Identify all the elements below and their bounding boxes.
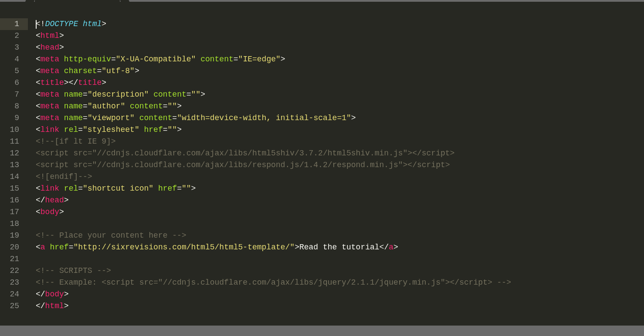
token-string: "" [191, 89, 201, 101]
code-line[interactable]: <script src="//cdnjs.cloudflare.com/ajax… [36, 159, 644, 171]
code-line[interactable]: <meta name="description" content=""> [36, 89, 644, 101]
code-line[interactable]: <meta http-equiv="X-UA-Compatible" conte… [36, 54, 644, 65]
token-punct: < [36, 89, 41, 101]
code-content[interactable]: <!DOCTYPE html><html><head><meta http-eq… [28, 14, 644, 326]
token-attrname: charset [64, 65, 97, 77]
token-tagname: meta [41, 89, 59, 101]
token-punct: < [36, 77, 41, 89]
code-line[interactable]: <link rel="shortcut icon" href=""> [36, 183, 644, 195]
token-punct: > [281, 54, 285, 65]
code-line[interactable]: <meta charset="utf-8"> [36, 65, 644, 77]
token-string: "IE=edge" [238, 54, 281, 65]
token-punct: = [78, 183, 83, 195]
line-number: 17 [0, 206, 28, 218]
token-comment: <!-- Place your content here --> [36, 230, 186, 242]
token-string: "viewport" [88, 112, 135, 124]
code-line[interactable]: <!-- Example: <script src="//cdnjs.cloud… [36, 277, 644, 289]
token-punct: > [295, 242, 299, 253]
code-line[interactable] [36, 253, 644, 265]
token-punct: = [69, 242, 74, 253]
token-string: "author" [88, 101, 125, 112]
code-line[interactable]: <!-- Place your content here --> [36, 230, 644, 242]
token-attrname: name [64, 89, 83, 101]
token-punct: < [36, 101, 41, 112]
token-punct: > [191, 183, 196, 195]
code-line[interactable]: <!DOCTYPE html> [36, 18, 644, 30]
line-number: 22 [0, 265, 28, 277]
token-punct: </ [36, 289, 45, 300]
code-line[interactable]: </body> [36, 289, 644, 300]
token-tagname: title [41, 77, 64, 89]
tab-file[interactable]: html5-template.html × [35, 0, 120, 2]
token-punct: < [36, 242, 41, 253]
token-string: "" [168, 124, 177, 136]
token-punct: > [64, 289, 69, 300]
token-punct [78, 18, 83, 30]
token-punct: > [102, 77, 106, 89]
token-attrname: rel [64, 183, 78, 195]
code-line[interactable]: <head> [36, 42, 644, 54]
token-string: "description" [88, 89, 149, 101]
token-punct: </ [36, 300, 45, 312]
token-string: "stylesheet" [83, 124, 139, 136]
token-tagname: html [41, 30, 59, 42]
code-line[interactable]: <!--[if lt IE 9]> [36, 136, 644, 148]
code-line[interactable]: <a href="http://sixrevisions.com/html5/h… [36, 242, 644, 253]
token-punct [45, 242, 50, 253]
line-number: 11 [0, 136, 28, 148]
token-punct [125, 101, 130, 112]
token-attrname: href [158, 183, 177, 195]
token-punct: = [97, 65, 102, 77]
line-number: 5 [0, 65, 28, 77]
token-attrname: http-equiv [64, 54, 111, 65]
token-comment: <!-- Example: <script src="//cdnjs.cloud… [36, 277, 511, 289]
token-attrname: name [64, 112, 83, 124]
token-string: "http://sixrevisions.com/html5/html5-tem… [73, 242, 295, 253]
token-tagname: meta [41, 54, 59, 65]
token-punct: = [78, 124, 83, 136]
code-line[interactable]: <html> [36, 30, 644, 42]
code-line[interactable]: <link rel="stylesheet" href=""> [36, 124, 644, 136]
token-punct: > [64, 300, 69, 312]
code-line[interactable]: <script src="//cdnjs.cloudflare.com/ajax… [36, 148, 644, 159]
token-punct: > [177, 124, 182, 136]
code-line[interactable]: <!-- SCRIPTS --> [36, 265, 644, 277]
line-number: 15 [0, 183, 28, 195]
token-punct: > [393, 242, 398, 253]
code-line[interactable]: </head> [36, 195, 644, 206]
token-punct: ></ [64, 77, 78, 89]
token-punct: > [59, 42, 64, 54]
token-punct [153, 183, 158, 195]
code-line[interactable]: <meta name="viewport" content="width=dev… [36, 112, 644, 124]
line-number: 19 [0, 230, 28, 242]
token-punct: = [234, 54, 238, 65]
token-comment: <!-- SCRIPTS --> [36, 265, 111, 277]
token-string: "" [182, 183, 191, 195]
token-tagname: meta [41, 112, 59, 124]
code-line[interactable]: <meta name="author" content=""> [36, 101, 644, 112]
token-doctype: html [83, 18, 102, 30]
token-tagname: link [41, 183, 59, 195]
token-comment: <script src="//cdnjs.cloudflare.com/ajax… [36, 148, 454, 159]
token-punct: > [135, 65, 139, 77]
line-number: 10 [0, 124, 28, 136]
code-line[interactable]: <body> [36, 206, 644, 218]
token-comment: <script src="//cdnjs.cloudflare.com/ajax… [36, 159, 450, 171]
editor-area[interactable]: 1234567891011121314151617181920212223242… [0, 14, 644, 326]
token-tagname: meta [41, 101, 59, 112]
token-comment: <!--[if lt IE 9]> [36, 136, 116, 148]
line-number: 6 [0, 77, 28, 89]
code-line[interactable] [36, 218, 644, 230]
token-tagname: head [45, 195, 64, 206]
token-punct [139, 124, 144, 136]
line-number: 20 [0, 242, 28, 253]
code-line[interactable]: <title></title> [36, 77, 644, 89]
code-line[interactable]: <![endif]--> [36, 171, 644, 183]
token-punct: < [36, 42, 41, 54]
line-number: 14 [0, 171, 28, 183]
token-punct: < [36, 30, 41, 42]
token-punct: > [200, 89, 205, 101]
token-punct: < [36, 183, 41, 195]
token-string: "utf-8" [102, 65, 135, 77]
code-line[interactable]: </html> [36, 300, 644, 312]
